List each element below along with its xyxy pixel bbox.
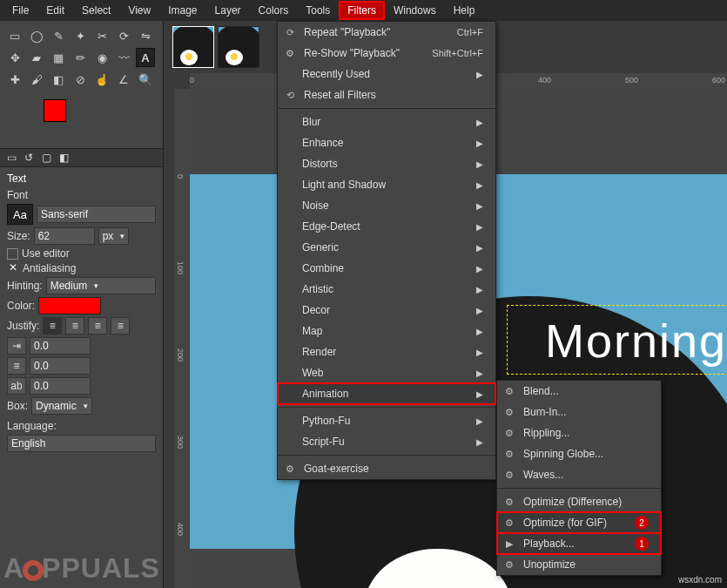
menu-select[interactable]: Select xyxy=(73,1,119,20)
filters-script-fu[interactable]: Script-Fu▶ xyxy=(278,431,495,452)
font-preview[interactable]: Aa xyxy=(7,204,33,225)
anim-blend[interactable]: ⚙Blend... xyxy=(497,381,661,402)
anim-optimize-gif[interactable]: ⚙Optimize (for GIF)2 xyxy=(497,512,661,533)
filters-web[interactable]: Web▶ xyxy=(278,362,495,383)
filters-generic[interactable]: Generic▶ xyxy=(278,237,495,258)
line-spacing-icon: ≡ xyxy=(7,357,26,375)
size-input[interactable]: 62 xyxy=(34,227,95,245)
dock-btn-2[interactable]: ↺ xyxy=(21,150,37,166)
justify-left[interactable]: ≡ xyxy=(43,317,62,335)
size-unit-select[interactable]: px xyxy=(98,227,130,245)
gear-icon: ⚙ xyxy=(283,48,297,59)
tool-fuzzy-select[interactable]: ✦ xyxy=(71,26,90,45)
left-panel: ▭ ◯ ✎ ✦ ✂ ⟳ ⇋ ✥ ▰ ▦ ✏ ◉ 〰 A ✚ 🖌 ◧ ⊘ ☝ ∠ … xyxy=(0,21,164,588)
filters-distorts[interactable]: Distorts▶ xyxy=(278,153,495,174)
menu-layer[interactable]: Layer xyxy=(206,1,250,20)
use-editor-checkbox[interactable] xyxy=(7,248,18,260)
filters-animation[interactable]: Animation▶ xyxy=(278,383,495,404)
menu-view[interactable]: View xyxy=(119,1,159,20)
tool-measure[interactable]: ∠ xyxy=(114,70,133,89)
tool-heal[interactable]: ✚ xyxy=(5,70,24,89)
thumbnail-1[interactable] xyxy=(172,26,214,68)
text-color-swatch[interactable] xyxy=(38,297,101,314)
anim-playback[interactable]: ▶Playback...1 xyxy=(497,533,661,554)
tool-text[interactable]: A xyxy=(136,48,155,67)
box-select[interactable]: Dynamic xyxy=(31,397,92,415)
menu-file[interactable]: File xyxy=(3,1,37,20)
anim-spinning-globe[interactable]: ⚙Spinning Globe... xyxy=(497,443,661,464)
tool-brush[interactable]: 🖌 xyxy=(27,70,46,89)
tool-rotate[interactable]: ⟳ xyxy=(114,26,133,45)
box-label: Box: xyxy=(7,400,28,412)
anim-waves[interactable]: ⚙Waves... xyxy=(497,464,661,485)
tool-free-select[interactable]: ✎ xyxy=(49,26,68,45)
reset-icon: ⟲ xyxy=(283,90,297,101)
anim-optimize-diff[interactable]: ⚙Optimize (Difference) xyxy=(497,491,661,512)
filters-artistic[interactable]: Artistic▶ xyxy=(278,279,495,300)
tool-zoom[interactable]: 🔍 xyxy=(136,70,155,89)
filters-repeat[interactable]: ⟳ Repeat "Playback" Ctrl+F xyxy=(278,22,495,43)
menu-filters[interactable]: Filters xyxy=(339,1,385,20)
tool-ellipse-select[interactable]: ◯ xyxy=(27,26,46,45)
tool-crop[interactable]: ✂ xyxy=(92,26,111,45)
menu-windows[interactable]: Windows xyxy=(385,1,445,20)
filters-python-fu[interactable]: Python-Fu▶ xyxy=(278,410,495,431)
justify-fill[interactable]: ≡ xyxy=(111,317,130,335)
thumbnail-2[interactable] xyxy=(218,26,259,68)
gear-icon: ⚙ xyxy=(283,463,297,475)
letter-spacing-input[interactable]: 0.0 xyxy=(30,377,91,395)
antialias-checkbox[interactable]: ✕ xyxy=(7,262,19,274)
fg-color-swatch[interactable] xyxy=(44,99,66,122)
filters-recently-used[interactable]: Recently Used ▶ xyxy=(278,64,495,84)
filters-blur[interactable]: Blur▶ xyxy=(278,112,495,132)
tool-gradient[interactable]: ▦ xyxy=(49,48,68,67)
language-label: Language: xyxy=(7,420,57,432)
filters-decor[interactable]: Decor▶ xyxy=(278,300,495,321)
menu-colors[interactable]: Colors xyxy=(250,1,298,20)
justify-label: Justify: xyxy=(7,320,39,332)
tool-color-picker[interactable]: ⊘ xyxy=(71,70,90,89)
justify-right[interactable]: ≡ xyxy=(65,317,84,335)
tool-move[interactable]: ✥ xyxy=(5,48,24,67)
filters-light-shadow[interactable]: Light and Shadow▶ xyxy=(278,174,495,195)
dock-btn-3[interactable]: ▢ xyxy=(38,150,54,166)
filters-render[interactable]: Render▶ xyxy=(278,341,495,362)
tool-pencil[interactable]: ✏ xyxy=(71,48,90,67)
watermark: APPUALS xyxy=(3,552,160,585)
tool-path[interactable]: 〰 xyxy=(114,48,133,67)
indent-input[interactable]: 0.0 xyxy=(30,337,91,355)
justify-center[interactable]: ≡ xyxy=(88,317,107,335)
filters-noise[interactable]: Noise▶ xyxy=(278,195,495,216)
filters-enhance[interactable]: Enhance▶ xyxy=(278,132,495,153)
filters-reset[interactable]: ⟲ Reset all Filters xyxy=(278,84,495,105)
tool-bucket[interactable]: ▰ xyxy=(27,48,46,67)
filters-combine[interactable]: Combine▶ xyxy=(278,258,495,279)
language-input[interactable]: English xyxy=(7,435,156,452)
anim-rippling[interactable]: ⚙Rippling... xyxy=(497,422,661,443)
anim-burnin[interactable]: ⚙Burn-In... xyxy=(497,402,661,422)
dock-btn-4[interactable]: ◧ xyxy=(56,150,71,166)
repeat-icon: ⟳ xyxy=(283,27,297,38)
line-spacing-input[interactable]: 0.0 xyxy=(30,357,91,375)
text-selection-marquee[interactable] xyxy=(507,305,727,375)
menu-help[interactable]: Help xyxy=(445,1,484,20)
filters-edge-detect[interactable]: Edge-Detect▶ xyxy=(278,216,495,237)
hinting-select[interactable]: Medium xyxy=(46,277,156,294)
tool-rect-select[interactable]: ▭ xyxy=(5,26,24,45)
menu-tools[interactable]: Tools xyxy=(297,1,339,20)
font-name-input[interactable]: Sans-serif xyxy=(37,206,156,223)
dock-btn-1[interactable]: ▭ xyxy=(3,150,19,166)
menu-image[interactable]: Image xyxy=(159,1,205,20)
menu-edit[interactable]: Edit xyxy=(37,1,73,20)
tool-flip[interactable]: ⇋ xyxy=(136,26,155,45)
tool-erase[interactable]: ◧ xyxy=(49,70,68,89)
filters-goat[interactable]: ⚙ Goat-exercise xyxy=(278,458,495,479)
fg-bg-colors[interactable] xyxy=(44,99,96,143)
source-watermark: wsxdn.com xyxy=(678,575,722,585)
tool-clone[interactable]: ◉ xyxy=(92,48,111,67)
filters-map[interactable]: Map▶ xyxy=(278,321,495,341)
dockbar: ▭ ↺ ▢ ◧ xyxy=(0,148,163,167)
filters-reshow[interactable]: ⚙ Re-Show "Playback" Shift+Ctrl+F xyxy=(278,43,495,64)
tool-smudge[interactable]: ☝ xyxy=(92,70,111,89)
anim-unoptimize[interactable]: ⚙Unoptimize xyxy=(497,554,661,575)
